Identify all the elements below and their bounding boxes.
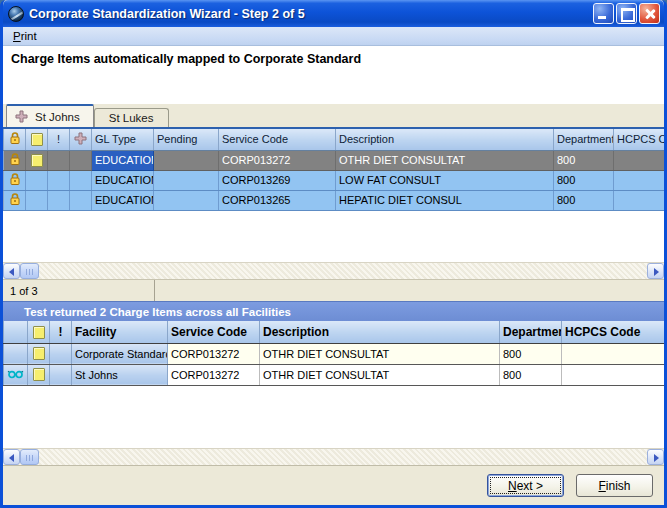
add-cell[interactable] [70,190,92,210]
view-cell[interactable] [4,343,28,364]
finish-button[interactable]: Finish [576,474,653,497]
maximize-button[interactable] [616,3,637,24]
cell-hcpcs[interactable] [614,170,665,190]
add-column-header[interactable] [70,129,92,150]
scroll-right-button[interactable] [647,263,664,279]
table-row[interactable]: EDUCATIONAL CORP013269 LOW FAT CONSULT 8… [4,170,665,190]
alert-cell[interactable] [50,343,72,364]
cell-hcpcs[interactable] [614,150,665,170]
close-button[interactable] [639,3,660,24]
cell-gl-type[interactable]: EDUCATIONAL [92,170,154,190]
note-cell[interactable] [28,364,50,385]
wizard-button-bar: Next > Finish [3,465,664,505]
mapped-items-grid: ! GL Type Pending Service Code Descripti… [3,127,664,262]
scroll-thumb[interactable] [20,449,39,465]
note-cell[interactable] [26,190,48,210]
cell-facility[interactable]: Corporate Standard [72,343,168,364]
note-column-header[interactable] [26,129,48,150]
cell-description[interactable]: OTHR DIET CONSULTAT [260,343,500,364]
cell-service-code[interactable]: CORP013269 [219,170,336,190]
alert-cell[interactable] [50,364,72,385]
scroll-thumb[interactable] [20,263,39,279]
add-cell[interactable] [70,170,92,190]
cell-description[interactable]: OTHR DIET CONSULTAT [336,150,554,170]
table-row[interactable]: EDUCATIONAL CORP013272 OTHR DIET CONSULT… [4,150,665,170]
note-column-header[interactable] [28,321,50,343]
column-header-department[interactable]: Department [500,321,562,343]
menu-item-print[interactable]: Print [8,29,42,43]
note-cell[interactable] [26,170,48,190]
scroll-track[interactable] [39,263,647,279]
view-column-header[interactable] [4,321,28,343]
cell-department[interactable]: 800 [500,343,562,364]
column-header-hcpcs[interactable]: HCPCS Code [614,129,665,150]
table-row[interactable]: EDUCATIONAL CORP013265 HEPATIC DIET CONS… [4,190,665,210]
column-header-description[interactable]: Description [260,321,500,343]
minimize-button[interactable] [593,3,614,24]
page-title: Charge Items automatically mapped to Cor… [11,52,656,66]
next-button[interactable]: Next > [487,474,564,497]
tab-st-lukes[interactable]: St Lukes [94,108,169,127]
cell-service-code[interactable]: CORP013272 [219,150,336,170]
column-header-hcpcs[interactable]: HCPCS Code [562,321,665,343]
tab-label: St Lukes [109,112,154,124]
scroll-left-button[interactable] [3,263,20,279]
scroll-left-button[interactable] [3,449,20,465]
scroll-track[interactable] [39,449,647,465]
column-header-description[interactable]: Description [336,129,554,150]
alert-cell[interactable] [48,170,70,190]
cell-hcpcs[interactable] [614,190,665,210]
cell-pending[interactable] [154,190,219,210]
alert-column-header[interactable]: ! [48,129,70,150]
record-count: 1 of 3 [3,280,155,301]
results-grid-hscrollbar [3,448,664,465]
cell-department[interactable]: 800 [554,190,614,210]
cell-description[interactable]: LOW FAT CONSULT [336,170,554,190]
column-header-service-code[interactable]: Service Code [168,321,260,343]
column-header-service-code[interactable]: Service Code [219,129,336,150]
cell-gl-type[interactable]: EDUCATIONAL [92,150,154,170]
cell-description[interactable]: HEPATIC DIET CONSUL [336,190,554,210]
lock-cell[interactable] [4,170,26,190]
column-header-facility[interactable]: Facility [72,321,168,343]
status-bar: 1 of 3 [3,279,664,301]
cell-description[interactable]: OTHR DIET CONSULTAT [260,364,500,385]
note-icon [33,347,45,360]
scroll-right-button[interactable] [647,449,664,465]
cell-service-code[interactable]: CORP013265 [219,190,336,210]
alert-column-header[interactable]: ! [50,321,72,343]
cell-department[interactable]: 800 [554,170,614,190]
cell-service-code[interactable]: CORP013272 [168,364,260,385]
tab-st-johns[interactable]: St Johns [6,104,94,127]
lock-column-header[interactable] [4,129,26,150]
plus-icon [15,110,28,123]
alert-cell[interactable] [48,150,70,170]
note-icon [31,154,43,167]
add-cell[interactable] [70,150,92,170]
wizard-window: Corporate Standardization Wizard - Step … [0,0,667,508]
cell-hcpcs[interactable] [562,343,665,364]
lock-cell[interactable] [4,190,26,210]
lock-icon [9,172,21,186]
alert-cell[interactable] [48,190,70,210]
column-header-pending[interactable]: Pending [154,129,219,150]
cell-gl-type[interactable]: EDUCATIONAL [92,190,154,210]
cell-service-code[interactable]: CORP013272 [168,343,260,364]
lock-cell[interactable] [4,150,26,170]
table-row[interactable]: Corporate Standard CORP013272 OTHR DIET … [4,343,665,364]
cell-pending[interactable] [154,150,219,170]
cell-pending[interactable] [154,170,219,190]
note-cell[interactable] [28,343,50,364]
view-cell[interactable] [4,364,28,385]
cell-hcpcs[interactable] [562,364,665,385]
lock-icon [9,152,21,166]
results-grid: ! Facility Service Code Description Depa… [3,321,664,448]
column-header-gl-type[interactable]: GL Type [92,129,154,150]
column-header-department[interactable]: Department [554,129,614,150]
cell-department[interactable]: 800 [500,364,562,385]
grid-header-row: ! GL Type Pending Service Code Descripti… [4,129,665,150]
table-row[interactable]: St Johns CORP013272 OTHR DIET CONSULTAT … [4,364,665,385]
cell-facility[interactable]: St Johns [72,364,168,385]
cell-department[interactable]: 800 [554,150,614,170]
note-cell[interactable] [26,150,48,170]
